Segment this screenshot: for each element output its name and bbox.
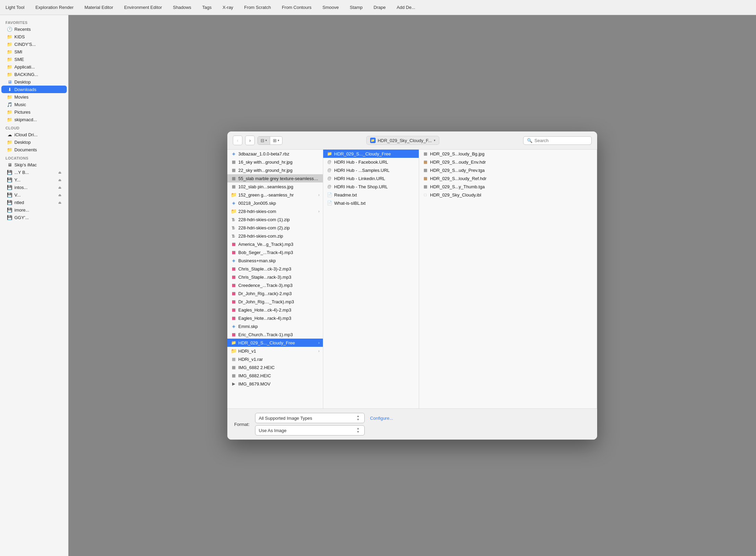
list-item-hdr-selected[interactable]: 📁 HDR_029_S..._Cloudy_Free ›: [227, 339, 323, 347]
list-item[interactable]: ▦ HDR_029_S...y_Thumb.tga: [419, 182, 597, 191]
list-item[interactable]: ▦ 102_slab pin...seamless.jpg: [227, 182, 323, 191]
sidebar-item-drive-v[interactable]: 💾 V... ⏏: [1, 191, 67, 199]
back-button[interactable]: ‹: [233, 136, 242, 145]
list-item[interactable]: ▦ HDR_029_S...loudy_Ref.hdr: [419, 174, 597, 182]
sidebar-item-imore[interactable]: 💾 imore...: [1, 206, 67, 214]
list-item[interactable]: ▦ Chris_Staple...ck-3)-2.mp3: [227, 265, 323, 273]
sidebar-item-ggy[interactable]: 💾 GGY'...: [1, 214, 67, 221]
sidebar-item-backing[interactable]: 📁 BACKING...: [1, 71, 67, 78]
sidebar-item-documents-label: Documents: [14, 147, 37, 152]
file-name: What-is-sIBL.txt: [334, 201, 415, 206]
sidebar-item-cloud-desktop[interactable]: 📁 Desktop: [1, 138, 67, 146]
menu-xray[interactable]: X-ray: [223, 5, 233, 10]
list-item[interactable]: ◈ Emmi.skp: [227, 322, 323, 330]
sidebar-item-ntled[interactable]: 💾 ntled ⏏: [1, 199, 67, 206]
list-item-hdr-folder[interactable]: 📁 HDR_029_S..._Cloudy_Free: [323, 150, 419, 158]
menu-exploration-render[interactable]: Exploration Render: [35, 5, 73, 10]
list-item[interactable]: ▦ IMG_6882 2.HEIC: [227, 363, 323, 371]
eject-v-icon[interactable]: ⏏: [58, 193, 61, 197]
list-item[interactable]: 📁 228-hdri-skies-com ›: [227, 207, 323, 215]
stepper-down[interactable]: ▼: [355, 418, 361, 421]
list-item[interactable]: 🗜 228-hdri-skies-com.zip: [227, 232, 323, 240]
sidebar-item-sme[interactable]: 📁 SME: [1, 55, 67, 63]
list-item[interactable]: ▦ 22_sky with...ground_hr.jpg: [227, 166, 323, 174]
sidebar-item-applications[interactable]: 📁 Applicati...: [1, 63, 67, 71]
eject-y-icon[interactable]: ⏏: [58, 178, 61, 182]
menu-material-editor[interactable]: Material Editor: [85, 5, 113, 10]
list-item[interactable]: ▦ HDR_029_S...oudy_Env.hdr: [419, 158, 597, 166]
format-select[interactable]: All Supported Image Types ▲ ▼: [255, 413, 365, 423]
use-as-select[interactable]: Use As Image ▲ ▼: [255, 425, 365, 435]
sidebar-item-smi[interactable]: 📁 SMI: [1, 48, 67, 55]
list-item[interactable]: ▦ Creedence_...Track-3).mp3: [227, 281, 323, 289]
list-item[interactable]: ▦ Eric_Church...Track-1).mp3: [227, 330, 323, 339]
list-item[interactable]: ▦ Eagles_Hote...ck-4)-2.mp3: [227, 306, 323, 314]
sidebar-item-kids[interactable]: 📁 KIDS: [1, 33, 67, 40]
list-item[interactable]: @ HDRI Hub - The Shop.URL: [323, 182, 419, 191]
menu-stamp[interactable]: Stamp: [350, 5, 363, 10]
configure-button[interactable]: Configure...: [367, 414, 396, 422]
sidebar-item-skipmacd[interactable]: 📁 skipmacd...: [1, 116, 67, 123]
eject-intos-icon[interactable]: ⏏: [58, 186, 61, 189]
use-as-stepper-down[interactable]: ▼: [355, 430, 361, 434]
path-pill[interactable]: 📁 HDR_029_Sky_Cloudy_F... ▾: [366, 136, 439, 145]
list-item[interactable]: ◈ 00218_Jon005.skp: [227, 199, 323, 207]
list-item[interactable]: ◈ 3dbazaar_1.0.0-beta7.rbz: [227, 150, 323, 158]
sidebar-item-documents[interactable]: 📁 Documents: [1, 146, 67, 153]
list-item[interactable]: @ HDRI Hub - Linkedin.URL: [323, 174, 419, 182]
list-item[interactable]: ▦ Chris_Staple...rack-3).mp3: [227, 273, 323, 281]
list-item[interactable]: 📁 HDRi_v1 ›: [227, 347, 323, 355]
sidebar-item-drive-y[interactable]: 💾 Y... ⏏: [1, 176, 67, 184]
sidebar-item-movies[interactable]: 📁 Movies: [1, 93, 67, 101]
view-columns-button[interactable]: ⊟ ▾: [258, 137, 270, 144]
list-item[interactable]: ▦ HDR_029_S...udy_Prev.tga: [419, 166, 597, 174]
eject-yb-icon[interactable]: ⏏: [58, 170, 61, 174]
eject-ntled-icon[interactable]: ⏏: [58, 201, 61, 204]
sidebar-item-desktop[interactable]: 🖥 Desktop: [1, 78, 67, 86]
list-item[interactable]: □ HDR_029_Sky_Cloudy.ibl: [419, 191, 597, 199]
menu-from-scratch[interactable]: From Scratch: [244, 5, 271, 10]
list-item[interactable]: ▦ 16_sky with...ground_hr.jpg: [227, 158, 323, 166]
menu-drape[interactable]: Drape: [374, 5, 386, 10]
view-grid-button[interactable]: ⊞ ▾: [270, 137, 282, 144]
sidebar-item-icloud[interactable]: ☁ iCloud Dri...: [1, 131, 67, 138]
sidebar-item-cindys[interactable]: 📁 CINDY'S...: [1, 40, 67, 48]
list-item[interactable]: 📄 Readme.txt: [323, 191, 419, 199]
list-item[interactable]: ▦ Dr_John_Rig...rack)-2.mp3: [227, 289, 323, 298]
menu-shadows[interactable]: Shadows: [173, 5, 191, 10]
sidebar-item-downloads[interactable]: ⬇ Downloads: [1, 86, 67, 93]
menu-environment-editor[interactable]: Environment Editor: [124, 5, 162, 10]
menu-tags[interactable]: Tags: [202, 5, 212, 10]
list-item[interactable]: ▦ America_Ve...g_Track).mp3: [227, 240, 323, 248]
use-as-stepper: ▲ ▼: [355, 427, 361, 434]
menu-smoove[interactable]: Smoove: [323, 5, 339, 10]
list-item[interactable]: ▶ IMG_8679.MOV: [227, 380, 323, 388]
list-item[interactable]: ▦ Dr_John_Rig...._Track).mp3: [227, 298, 323, 306]
sidebar-item-drive-yb[interactable]: 💾 ...Y B... ⏏: [1, 168, 67, 176]
list-item[interactable]: @ HDRI Hub - ...Samples.URL: [323, 166, 419, 174]
list-item[interactable]: ▦ Bob_Seger_...Track-4).mp3: [227, 248, 323, 256]
list-item[interactable]: ▦ IMG_6882.HEIC: [227, 371, 323, 380]
sidebar-item-music[interactable]: 🎵 Music: [1, 101, 67, 108]
list-item[interactable]: ◈ Business+man.skp: [227, 256, 323, 265]
list-item[interactable]: 🗜 228-hdri-skies-com (1).zip: [227, 215, 323, 224]
menu-from-contours[interactable]: From Contours: [282, 5, 312, 10]
list-item[interactable]: ▦ HDRi_v1.rar: [227, 355, 323, 363]
sidebar-item-intos[interactable]: 💾 intos... ⏏: [1, 184, 67, 191]
list-item[interactable]: ▦ Eagles_Hote...rack-4).mp3: [227, 314, 323, 322]
list-item[interactable]: 📄 What-is-sIBL.txt: [323, 199, 419, 207]
list-item[interactable]: 📁 152_green g...-seamless_hr ›: [227, 191, 323, 199]
list-item[interactable]: @ HDRI Hub - Facebook.URL: [323, 158, 419, 166]
list-item[interactable]: ▦ HDR_029_S...loudy_Bg.jpg: [419, 150, 597, 158]
list-item[interactable]: 🗜 228-hdri-skies-com (2).zip: [227, 224, 323, 232]
sidebar-item-skips-imac[interactable]: 🖥 Skip's iMac: [1, 161, 67, 168]
sidebar-item-recents[interactable]: 🕐 Recents: [1, 25, 67, 33]
search-input[interactable]: [534, 138, 588, 143]
menu-light-tool[interactable]: Light Tool: [5, 5, 24, 10]
use-as-stepper-up[interactable]: ▲: [355, 427, 361, 430]
sidebar-item-pictures[interactable]: 📁 Pictures: [1, 108, 67, 116]
menu-add-de[interactable]: Add De...: [397, 5, 415, 10]
list-item[interactable]: ▦ 55_slab marble grey texture-seamless_h…: [227, 174, 323, 182]
forward-button[interactable]: ›: [245, 136, 255, 145]
stepper-up[interactable]: ▲: [355, 415, 361, 418]
